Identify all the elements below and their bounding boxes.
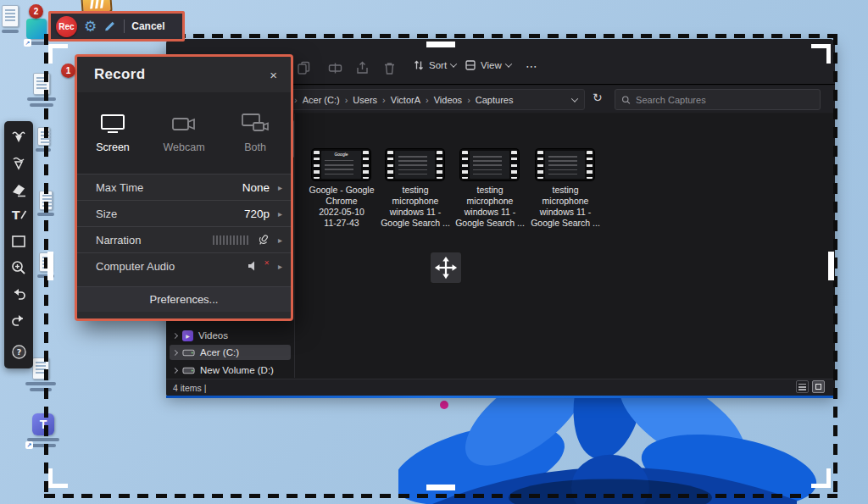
search-icon	[621, 95, 631, 105]
film-sprockets	[511, 151, 517, 179]
preferences-button[interactable]: Preferences...	[77, 286, 291, 312]
video-file-thumbnail[interactable]	[536, 149, 594, 180]
resize-handle-bottom-right[interactable]	[811, 468, 831, 488]
panel-title: Record	[94, 66, 145, 83]
desktop-icon-teams[interactable]: T↗	[27, 413, 59, 447]
close-icon[interactable]: ×	[270, 68, 277, 82]
annotation-box-toolbar: Rec ⚙ Cancel	[48, 11, 185, 42]
sidebar-item-new-volume-d[interactable]: New Volume (D:)	[170, 363, 291, 378]
wallpaper-dot	[440, 401, 448, 409]
film-sprockets	[387, 151, 393, 179]
redo-button[interactable]	[8, 310, 29, 330]
eraser-tool-button[interactable]	[8, 180, 29, 199]
video-preview-lines	[548, 156, 577, 174]
sort-button[interactable]: Sort	[413, 59, 456, 71]
gear-icon[interactable]: ⚙	[84, 19, 97, 34]
annotation-badge-1: 1	[61, 64, 75, 78]
record-panel: Record × Screen Webcam	[75, 54, 293, 321]
region-move-handle[interactable]	[431, 252, 461, 283]
breadcrumb-item[interactable]: Acer (C:)	[303, 95, 340, 105]
setting-computer-audio[interactable]: Computer Audio ✕ ▸	[77, 252, 291, 279]
mute-x-icon: ✕	[264, 259, 270, 267]
rename-icon[interactable]	[328, 61, 342, 75]
sidebar-item-label: Videos	[198, 330, 228, 341]
rec-button[interactable]: Rec	[56, 16, 77, 37]
microphone-icon	[254, 230, 272, 248]
magnify-tool-button[interactable]	[8, 258, 29, 277]
sidebar-item-label: New Volume (D:)	[200, 365, 274, 375]
highlighter-tool-button[interactable]	[8, 154, 29, 174]
thumbnail-view-button[interactable]	[812, 380, 825, 393]
chevron-right-icon	[172, 349, 178, 355]
video-file-thumbnail[interactable]	[460, 149, 519, 180]
search-box[interactable]	[615, 89, 821, 110]
video-file-label[interactable]: Google - Google Chrome 2022-05-10 11-27-…	[303, 185, 380, 229]
move-arrows-icon	[433, 255, 459, 280]
help-icon: ?	[11, 344, 27, 360]
pen-tool-button[interactable]	[8, 128, 29, 147]
mode-screen[interactable]: Screen	[77, 92, 148, 174]
text-tool-button[interactable]: T	[8, 206, 29, 225]
pencil-icon[interactable]	[103, 19, 117, 33]
video-file-label[interactable]: testing microphone windows 11 - Google S…	[527, 185, 604, 229]
setting-label: Narration	[96, 234, 141, 246]
refresh-icon[interactable]: ↻	[593, 91, 603, 104]
resize-handle-top-right[interactable]	[811, 44, 831, 64]
video-file-thumbnail[interactable]: Google	[312, 149, 370, 180]
setting-max-time[interactable]: Max Time None ▸	[77, 174, 291, 200]
chevron-down-icon	[504, 60, 511, 67]
chevron-right-icon	[172, 332, 178, 338]
video-file-label[interactable]: testing microphone windows 11 - Google S…	[452, 185, 528, 229]
delete-icon[interactable]	[382, 61, 397, 75]
resize-handle-bottom-left[interactable]	[48, 468, 68, 488]
view-button[interactable]: View	[465, 59, 511, 71]
chevron-right-icon: ▸	[278, 183, 282, 192]
undo-button[interactable]	[8, 284, 29, 303]
shape-tool-button[interactable]	[8, 232, 29, 252]
breadcrumb-item[interactable]: Videos	[434, 95, 462, 105]
video-file-thumbnail[interactable]	[386, 149, 444, 180]
resize-handle-right[interactable]	[828, 252, 834, 280]
breadcrumb-item[interactable]: VictorA	[391, 95, 420, 105]
cancel-button[interactable]: Cancel	[131, 20, 164, 32]
help-button[interactable]: ?	[8, 342, 29, 362]
breadcrumb-item[interactable]: Captures	[476, 95, 514, 105]
film-sprockets	[437, 151, 442, 179]
address-dropdown-icon[interactable]	[571, 95, 578, 102]
more-options-button[interactable]: ⋯	[526, 59, 538, 73]
desktop-icon-label-blur	[36, 148, 51, 152]
desktop-icon-label-blur	[25, 382, 56, 385]
video-preview: Google	[321, 151, 361, 179]
copy-icon[interactable]	[297, 61, 311, 75]
thumbnail-view-icon	[815, 384, 821, 390]
setting-narration[interactable]: Narration ▸	[77, 226, 291, 252]
video-file-label[interactable]: testing microphone windows 11 - Google S…	[377, 185, 453, 229]
resize-handle-top-left[interactable]	[48, 44, 68, 64]
list-view-button[interactable]	[796, 380, 809, 393]
mode-webcam[interactable]: Webcam	[148, 92, 220, 174]
desktop-icon[interactable]	[27, 73, 56, 107]
resize-handle-left[interactable]	[47, 252, 53, 280]
share-icon[interactable]	[355, 61, 370, 75]
record-panel-header: Record ×	[77, 57, 291, 92]
sort-icon	[413, 59, 425, 71]
desktop-icon[interactable]	[36, 127, 51, 152]
mode-label: Webcam	[163, 141, 204, 153]
drive-icon	[182, 348, 195, 357]
items-count: 4 items |	[173, 383, 207, 393]
resize-handle-bottom[interactable]	[426, 485, 455, 490]
capture-border-bottom[interactable]	[44, 494, 837, 498]
breadcrumb-item[interactable]: Users	[353, 95, 377, 105]
setting-size[interactable]: Size 720p ▸	[77, 200, 291, 226]
breadcrumb[interactable]: › Acer (C:) › Users › VictorA › Videos ›…	[287, 89, 585, 110]
breadcrumb-chevron: ›	[382, 95, 386, 105]
mode-both[interactable]: Both	[220, 92, 291, 174]
sidebar-item-acer-c[interactable]: Acer (C:)	[170, 345, 291, 360]
film-sprockets	[462, 151, 468, 179]
sidebar-item-videos[interactable]: ▶ Videos	[170, 328, 291, 343]
screen-icon	[100, 114, 125, 134]
setting-label: Computer Audio	[96, 260, 175, 273]
search-input[interactable]	[636, 95, 814, 105]
desktop-icon[interactable]	[2, 5, 19, 33]
resize-handle-top[interactable]	[426, 42, 455, 47]
